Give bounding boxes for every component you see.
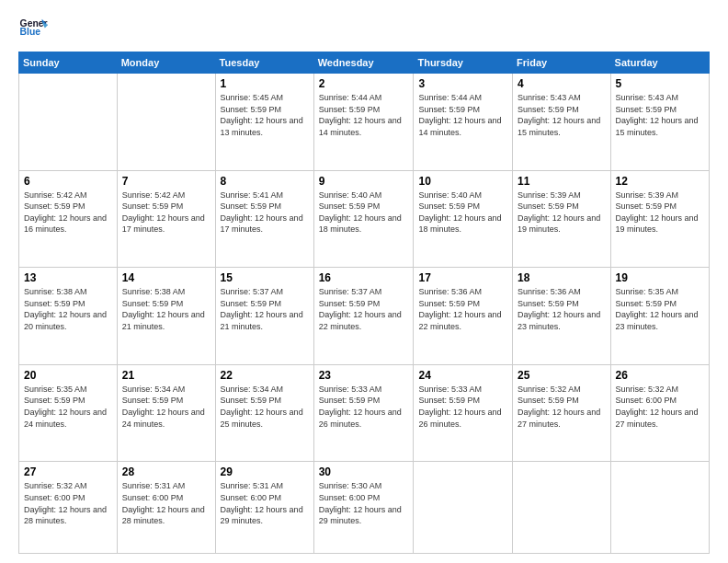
col-friday: Friday [513, 52, 610, 74]
day-number: 5 [616, 77, 704, 90]
col-monday: Monday [117, 52, 215, 74]
table-row [117, 74, 215, 171]
table-row: 1Sunrise: 5:45 AM Sunset: 5:59 PM Daylig… [215, 74, 313, 171]
calendar-week-row: 20Sunrise: 5:35 AM Sunset: 5:59 PM Dayli… [19, 364, 710, 462]
table-row: 28Sunrise: 5:31 AM Sunset: 6:00 PM Dayli… [117, 462, 215, 554]
day-info: Sunrise: 5:30 AM Sunset: 6:00 PM Dayligh… [319, 480, 409, 526]
table-row: 11Sunrise: 5:39 AM Sunset: 5:59 PM Dayli… [513, 170, 610, 268]
table-row: 16Sunrise: 5:37 AM Sunset: 5:59 PM Dayli… [313, 268, 414, 365]
day-info: Sunrise: 5:37 AM Sunset: 5:59 PM Dayligh… [221, 286, 309, 332]
day-info: Sunrise: 5:32 AM Sunset: 6:00 PM Dayligh… [24, 480, 112, 526]
day-info: Sunrise: 5:38 AM Sunset: 5:59 PM Dayligh… [122, 286, 210, 332]
day-number: 23 [319, 369, 409, 382]
day-info: Sunrise: 5:35 AM Sunset: 5:59 PM Dayligh… [616, 286, 704, 332]
col-sunday: Sunday [19, 52, 118, 74]
day-info: Sunrise: 5:41 AM Sunset: 5:59 PM Dayligh… [221, 190, 309, 236]
table-row: 20Sunrise: 5:35 AM Sunset: 5:59 PM Dayli… [19, 364, 118, 462]
day-number: 18 [518, 271, 605, 284]
day-number: 17 [418, 271, 507, 284]
day-number: 15 [221, 271, 309, 284]
day-info: Sunrise: 5:31 AM Sunset: 6:00 PM Dayligh… [221, 480, 309, 526]
day-number: 11 [518, 175, 605, 188]
table-row [513, 462, 610, 554]
day-number: 30 [319, 465, 409, 478]
day-info: Sunrise: 5:36 AM Sunset: 5:59 PM Dayligh… [418, 286, 507, 332]
day-info: Sunrise: 5:32 AM Sunset: 5:59 PM Dayligh… [518, 384, 605, 430]
day-number: 19 [616, 271, 704, 284]
table-row: 12Sunrise: 5:39 AM Sunset: 5:59 PM Dayli… [610, 170, 709, 268]
table-row: 13Sunrise: 5:38 AM Sunset: 5:59 PM Dayli… [19, 268, 118, 365]
day-number: 22 [221, 369, 309, 382]
calendar-header-row: Sunday Monday Tuesday Wednesday Thursday… [19, 52, 710, 74]
day-info: Sunrise: 5:35 AM Sunset: 5:59 PM Dayligh… [24, 384, 112, 430]
table-row: 23Sunrise: 5:33 AM Sunset: 5:59 PM Dayli… [313, 364, 414, 462]
col-wednesday: Wednesday [313, 52, 414, 74]
table-row: 14Sunrise: 5:38 AM Sunset: 5:59 PM Dayli… [117, 268, 215, 365]
day-number: 28 [122, 465, 210, 478]
day-info: Sunrise: 5:37 AM Sunset: 5:59 PM Dayligh… [319, 286, 409, 332]
table-row: 19Sunrise: 5:35 AM Sunset: 5:59 PM Dayli… [610, 268, 709, 365]
table-row [414, 462, 513, 554]
day-number: 21 [122, 369, 210, 382]
day-info: Sunrise: 5:31 AM Sunset: 6:00 PM Dayligh… [122, 480, 210, 526]
day-info: Sunrise: 5:44 AM Sunset: 5:59 PM Dayligh… [418, 92, 507, 138]
table-row: 4Sunrise: 5:43 AM Sunset: 5:59 PM Daylig… [513, 74, 610, 171]
table-row [19, 74, 118, 171]
day-info: Sunrise: 5:44 AM Sunset: 5:59 PM Dayligh… [319, 92, 409, 138]
table-row: 30Sunrise: 5:30 AM Sunset: 6:00 PM Dayli… [313, 462, 414, 554]
header: General Blue [18, 15, 710, 44]
day-number: 10 [418, 175, 507, 188]
day-number: 16 [319, 271, 409, 284]
day-number: 25 [518, 369, 605, 382]
calendar-week-row: 1Sunrise: 5:45 AM Sunset: 5:59 PM Daylig… [19, 74, 710, 171]
day-number: 3 [418, 77, 507, 90]
day-info: Sunrise: 5:33 AM Sunset: 5:59 PM Dayligh… [319, 384, 409, 430]
day-info: Sunrise: 5:38 AM Sunset: 5:59 PM Dayligh… [24, 286, 112, 332]
day-info: Sunrise: 5:33 AM Sunset: 5:59 PM Dayligh… [418, 384, 507, 430]
day-number: 13 [24, 271, 112, 284]
table-row: 17Sunrise: 5:36 AM Sunset: 5:59 PM Dayli… [414, 268, 513, 365]
table-row: 6Sunrise: 5:42 AM Sunset: 5:59 PM Daylig… [19, 170, 118, 268]
table-row: 25Sunrise: 5:32 AM Sunset: 5:59 PM Dayli… [513, 364, 610, 462]
calendar-week-row: 6Sunrise: 5:42 AM Sunset: 5:59 PM Daylig… [19, 170, 710, 268]
table-row: 29Sunrise: 5:31 AM Sunset: 6:00 PM Dayli… [215, 462, 313, 554]
day-number: 14 [122, 271, 210, 284]
col-thursday: Thursday [414, 52, 513, 74]
day-info: Sunrise: 5:40 AM Sunset: 5:59 PM Dayligh… [319, 190, 409, 236]
table-row: 18Sunrise: 5:36 AM Sunset: 5:59 PM Dayli… [513, 268, 610, 365]
calendar-week-row: 13Sunrise: 5:38 AM Sunset: 5:59 PM Dayli… [19, 268, 710, 365]
logo: General Blue [18, 15, 44, 44]
day-number: 20 [24, 369, 112, 382]
day-info: Sunrise: 5:34 AM Sunset: 5:59 PM Dayligh… [122, 384, 210, 430]
table-row: 24Sunrise: 5:33 AM Sunset: 5:59 PM Dayli… [414, 364, 513, 462]
col-tuesday: Tuesday [215, 52, 313, 74]
table-row: 5Sunrise: 5:43 AM Sunset: 5:59 PM Daylig… [610, 74, 709, 171]
col-saturday: Saturday [610, 52, 709, 74]
table-row: 2Sunrise: 5:44 AM Sunset: 5:59 PM Daylig… [313, 74, 414, 171]
day-number: 26 [616, 369, 704, 382]
day-info: Sunrise: 5:39 AM Sunset: 5:59 PM Dayligh… [518, 190, 605, 236]
day-info: Sunrise: 5:43 AM Sunset: 5:59 PM Dayligh… [616, 92, 704, 138]
day-number: 29 [221, 465, 309, 478]
table-row: 10Sunrise: 5:40 AM Sunset: 5:59 PM Dayli… [414, 170, 513, 268]
table-row: 15Sunrise: 5:37 AM Sunset: 5:59 PM Dayli… [215, 268, 313, 365]
day-info: Sunrise: 5:43 AM Sunset: 5:59 PM Dayligh… [518, 92, 605, 138]
table-row: 21Sunrise: 5:34 AM Sunset: 5:59 PM Dayli… [117, 364, 215, 462]
day-number: 24 [418, 369, 507, 382]
day-number: 9 [319, 175, 409, 188]
table-row: 3Sunrise: 5:44 AM Sunset: 5:59 PM Daylig… [414, 74, 513, 171]
day-number: 6 [24, 175, 112, 188]
day-number: 12 [616, 175, 704, 188]
logo-icon: General Blue [18, 15, 48, 44]
svg-text:Blue: Blue [20, 27, 41, 37]
calendar-week-row: 27Sunrise: 5:32 AM Sunset: 6:00 PM Dayli… [19, 462, 710, 554]
table-row: 22Sunrise: 5:34 AM Sunset: 5:59 PM Dayli… [215, 364, 313, 462]
day-info: Sunrise: 5:42 AM Sunset: 5:59 PM Dayligh… [122, 190, 210, 236]
day-number: 4 [518, 77, 605, 90]
day-info: Sunrise: 5:40 AM Sunset: 5:59 PM Dayligh… [418, 190, 507, 236]
table-row: 26Sunrise: 5:32 AM Sunset: 6:00 PM Dayli… [610, 364, 709, 462]
day-info: Sunrise: 5:34 AM Sunset: 5:59 PM Dayligh… [221, 384, 309, 430]
day-info: Sunrise: 5:45 AM Sunset: 5:59 PM Dayligh… [221, 92, 309, 138]
day-info: Sunrise: 5:42 AM Sunset: 5:59 PM Dayligh… [24, 190, 112, 236]
day-number: 8 [221, 175, 309, 188]
